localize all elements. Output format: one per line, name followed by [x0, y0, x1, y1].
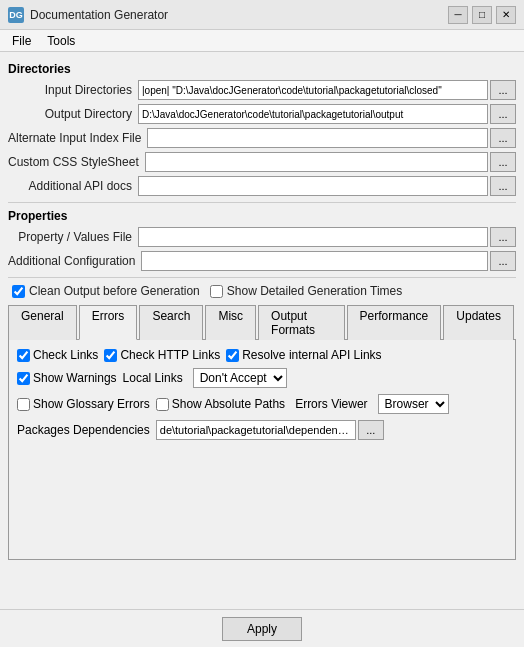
- divider-1: [8, 202, 516, 203]
- show-warnings-item: Show Warnings: [17, 371, 117, 385]
- additional-config-browse-button[interactable]: ...: [490, 251, 516, 271]
- alternate-input-field[interactable]: [147, 128, 488, 148]
- show-absolute-checkbox[interactable]: [156, 398, 169, 411]
- menu-file[interactable]: File: [4, 32, 39, 49]
- property-values-row: Property / Values File ...: [8, 227, 516, 247]
- output-directory-field[interactable]: [138, 104, 488, 124]
- tab-performance[interactable]: Performance: [347, 305, 442, 340]
- packages-deps-label: Packages Dependencies: [17, 423, 150, 437]
- property-values-browse-button[interactable]: ...: [490, 227, 516, 247]
- title-controls: ─ □ ✕: [448, 6, 516, 24]
- additional-api-row: Additional API docs ...: [8, 176, 516, 196]
- additional-config-label: Additional Configuration: [8, 254, 141, 268]
- minimize-button[interactable]: ─: [448, 6, 468, 24]
- tab-updates[interactable]: Updates: [443, 305, 514, 340]
- browse-icon-6: ...: [498, 231, 507, 243]
- property-values-field[interactable]: [138, 227, 488, 247]
- check-http-item: Check HTTP Links: [104, 348, 220, 362]
- output-directory-row: Output Directory ...: [8, 104, 516, 124]
- local-links-dropdown-container: Don't Accept Accept Warn: [193, 368, 287, 388]
- browse-icon-8: ...: [366, 424, 375, 436]
- local-links-label: Local Links: [123, 371, 183, 385]
- property-values-label: Property / Values File: [8, 230, 138, 244]
- menu-tools[interactable]: Tools: [39, 32, 83, 49]
- check-row-2: Show Warnings Local Links Don't Accept A…: [17, 368, 507, 388]
- clean-output-checkbox[interactable]: [12, 285, 25, 298]
- directories-section-header: Directories: [8, 62, 516, 76]
- title-bar: DG Documentation Generator ─ □ ✕: [0, 0, 524, 30]
- alternate-input-browse-button[interactable]: ...: [490, 128, 516, 148]
- tab-content-errors: Check Links Check HTTP Links Resolve int…: [8, 340, 516, 560]
- show-glossary-item: Show Glossary Errors: [17, 397, 150, 411]
- additional-api-label: Additional API docs: [8, 179, 138, 193]
- browse-icon-3: ...: [498, 132, 507, 144]
- minimize-icon: ─: [454, 9, 461, 20]
- close-button[interactable]: ✕: [496, 6, 516, 24]
- tab-misc[interactable]: Misc: [205, 305, 256, 340]
- tabs-container: General Errors Search Misc Output Format…: [8, 304, 516, 340]
- input-directories-browse-button[interactable]: ...: [490, 80, 516, 100]
- clean-output-label: Clean Output before Generation: [29, 284, 200, 298]
- show-warnings-checkbox[interactable]: [17, 372, 30, 385]
- errors-viewer-dropdown-container: Browser Text: [378, 394, 449, 414]
- divider-2: [8, 277, 516, 278]
- check-links-label: Check Links: [33, 348, 98, 362]
- errors-viewer-select[interactable]: Browser Text: [378, 394, 449, 414]
- show-detailed-checkbox[interactable]: [210, 285, 223, 298]
- show-absolute-label: Show Absolute Paths: [172, 397, 285, 411]
- packages-deps-browse-button[interactable]: ...: [358, 420, 384, 440]
- show-glossary-checkbox[interactable]: [17, 398, 30, 411]
- check-http-label: Check HTTP Links: [120, 348, 220, 362]
- tab-output-formats[interactable]: Output Formats: [258, 305, 345, 340]
- packages-deps-row: Packages Dependencies ...: [17, 420, 507, 440]
- menu-bar: File Tools: [0, 30, 524, 52]
- alternate-input-label: Alternate Input Index File: [8, 131, 147, 145]
- input-directories-label: Input Directories: [8, 83, 138, 97]
- app-icon: DG: [8, 7, 24, 23]
- tab-general[interactable]: General: [8, 305, 77, 340]
- browse-icon: ...: [498, 84, 507, 96]
- check-links-item: Check Links: [17, 348, 98, 362]
- main-content: Directories Input Directories ... Output…: [0, 52, 524, 647]
- restore-icon: □: [479, 9, 485, 20]
- check-links-checkbox[interactable]: [17, 349, 30, 362]
- additional-api-field[interactable]: [138, 176, 488, 196]
- window-title: Documentation Generator: [30, 8, 448, 22]
- additional-config-row: Additional Configuration ...: [8, 251, 516, 271]
- check-row-1: Check Links Check HTTP Links Resolve int…: [17, 348, 507, 362]
- custom-css-browse-button[interactable]: ...: [490, 152, 516, 172]
- tab-search[interactable]: Search: [139, 305, 203, 340]
- show-detailed-label: Show Detailed Generation Times: [227, 284, 402, 298]
- tab-errors[interactable]: Errors: [79, 305, 138, 340]
- properties-section-header: Properties: [8, 209, 516, 223]
- packages-deps-field[interactable]: [156, 420, 356, 440]
- additional-api-browse-button[interactable]: ...: [490, 176, 516, 196]
- check-http-checkbox[interactable]: [104, 349, 117, 362]
- custom-css-field[interactable]: [145, 152, 488, 172]
- browse-icon-7: ...: [498, 255, 507, 267]
- browse-icon-5: ...: [498, 180, 507, 192]
- close-icon: ✕: [502, 9, 510, 20]
- custom-css-row: Custom CSS StyleSheet ...: [8, 152, 516, 172]
- errors-viewer-label: Errors Viewer: [295, 397, 367, 411]
- resolve-internal-checkbox[interactable]: [226, 349, 239, 362]
- footer: Apply: [0, 609, 524, 647]
- resolve-internal-item: Resolve internal API Links: [226, 348, 381, 362]
- output-directory-browse-button[interactable]: ...: [490, 104, 516, 124]
- resolve-internal-label: Resolve internal API Links: [242, 348, 381, 362]
- additional-config-field[interactable]: [141, 251, 488, 271]
- bottom-checkboxes-row: Clean Output before Generation Show Deta…: [8, 284, 516, 298]
- show-glossary-label: Show Glossary Errors: [33, 397, 150, 411]
- check-row-3: Show Glossary Errors Show Absolute Paths…: [17, 394, 507, 414]
- apply-button[interactable]: Apply: [222, 617, 302, 641]
- browse-icon-2: ...: [498, 108, 507, 120]
- browse-icon-4: ...: [498, 156, 507, 168]
- restore-button[interactable]: □: [472, 6, 492, 24]
- input-directories-field[interactable]: [138, 80, 488, 100]
- input-directories-row: Input Directories ...: [8, 80, 516, 100]
- custom-css-label: Custom CSS StyleSheet: [8, 155, 145, 169]
- output-directory-label: Output Directory: [8, 107, 138, 121]
- local-links-select[interactable]: Don't Accept Accept Warn: [193, 368, 287, 388]
- show-absolute-item: Show Absolute Paths: [156, 397, 285, 411]
- alternate-input-row: Alternate Input Index File ...: [8, 128, 516, 148]
